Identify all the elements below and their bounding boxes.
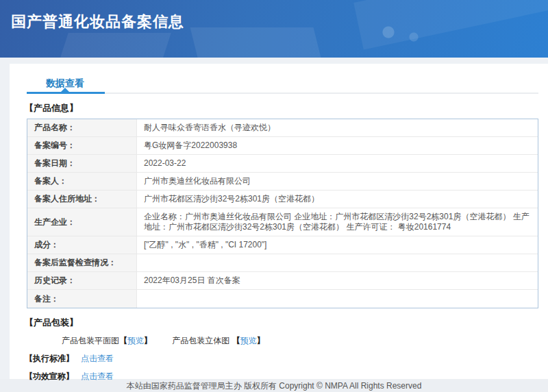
- table-row: 备案人住所地址： 广州市花都区清沙街32号2栋301房（空港花都）: [27, 191, 538, 208]
- table-row: 成分： ["乙醇" , "水" , "香精" , "CI 17200"]: [27, 236, 538, 254]
- row-label: 产品名称：: [27, 119, 137, 137]
- preview-link-stereo[interactable]: 预览: [240, 336, 257, 345]
- table-row: 备案日期： 2022-03-22: [27, 155, 538, 173]
- packaging-flat-label: 产品包装平面图: [62, 336, 119, 345]
- packaging-stereo-label: 产品包装立体图: [172, 336, 232, 345]
- row-value: [137, 290, 538, 308]
- section-title-product-packaging: 【产品包装】: [25, 317, 548, 329]
- content-card: 数据查看 【产品信息】 产品名称： 耐人寻味众香寄语香水（寻迹欢悦） 备案编号：…: [10, 64, 548, 379]
- row-value: [137, 254, 538, 272]
- packaging-stereo-item: 产品包装立体图 【预览】: [172, 336, 264, 345]
- tab-active-indicator-icon: [61, 88, 69, 92]
- bracket-open: 【: [119, 336, 127, 345]
- row-label: 生产企业：: [27, 208, 137, 236]
- copyright-text: 本站由国家药品监督管理局主办 版权所有 Copyright © NMPA All…: [127, 381, 422, 391]
- section-title-product-info: 【产品信息】: [25, 102, 548, 114]
- row-label: 备注：: [27, 290, 137, 308]
- table-row: 备案编号： 粤G妆网备字2022003938: [27, 137, 538, 155]
- efficacy-claim-link[interactable]: 点击查看: [81, 371, 114, 381]
- packaging-flat-item: 产品包装平面图【预览】: [62, 336, 154, 345]
- tab-active-underline: [27, 92, 105, 94]
- header-decoration: [55, 33, 171, 58]
- row-label: 备案人住所地址：: [27, 191, 137, 208]
- table-row: 生产企业： 企业名称：广州市奥迪丝化妆品有限公司 企业地址：广州市花都区清沙街3…: [27, 208, 538, 236]
- row-value: 广州市奥迪丝化妆品有限公司: [137, 173, 538, 191]
- row-value: 2022年03月25日 首次备案: [137, 272, 538, 290]
- row-label: 备案人：: [27, 173, 137, 191]
- bracket-close: 】: [144, 336, 152, 345]
- execution-standard-label: 【执行标准】: [25, 354, 74, 363]
- row-label: 备案日期：: [27, 155, 137, 173]
- row-label: 备案后监督检查情况：: [27, 254, 137, 272]
- table-row: 备注：: [27, 290, 538, 308]
- table-row: 历史记录： 2022年03月25日 首次备案: [27, 272, 538, 290]
- page-title: 国产普通化妆品备案信息: [0, 0, 548, 32]
- table-row: 备案后监督检查情况：: [27, 254, 538, 272]
- row-value: 粤G妆网备字2022003938: [137, 137, 538, 155]
- page-header: 国产普通化妆品备案信息: [0, 0, 548, 58]
- table-row: 备案人： 广州市奥迪丝化妆品有限公司: [27, 173, 538, 191]
- row-label: 成分：: [27, 236, 137, 254]
- row-value: 耐人寻味众香寄语香水（寻迹欢悦）: [137, 119, 538, 137]
- table-row: 产品名称： 耐人寻味众香寄语香水（寻迹欢悦）: [27, 119, 538, 137]
- packaging-links-row: 产品包装平面图【预览】 产品包装立体图 【预览】: [62, 335, 548, 347]
- bracket-close: 】: [257, 336, 265, 345]
- row-label: 备案编号：: [27, 137, 137, 155]
- product-info-table: 产品名称： 耐人寻味众香寄语香水（寻迹欢悦） 备案编号： 粤G妆网备字20220…: [27, 119, 538, 308]
- row-value: 广州市花都区清沙街32号2栋301房（空港花都）: [137, 191, 538, 208]
- tab-bar: 数据查看: [27, 71, 538, 94]
- preview-link-flat[interactable]: 预览: [127, 336, 144, 345]
- row-value: ["乙醇" , "水" , "香精" , "CI 17200"]: [137, 236, 538, 254]
- row-label: 历史记录：: [27, 272, 137, 290]
- execution-standard-link[interactable]: 点击查看: [81, 354, 114, 363]
- bracket-open: 【: [232, 336, 240, 345]
- execution-standard-row: 【执行标准】点击查看: [25, 353, 548, 365]
- row-value: 2022-03-22: [137, 155, 538, 173]
- efficacy-claim-label: 【功效宣称】: [25, 371, 74, 381]
- row-value: 企业名称：广州市奥迪丝化妆品有限公司 企业地址：广州市花都区清沙街32号2栋30…: [137, 208, 538, 236]
- tab-data-view[interactable]: 数据查看: [46, 71, 84, 90]
